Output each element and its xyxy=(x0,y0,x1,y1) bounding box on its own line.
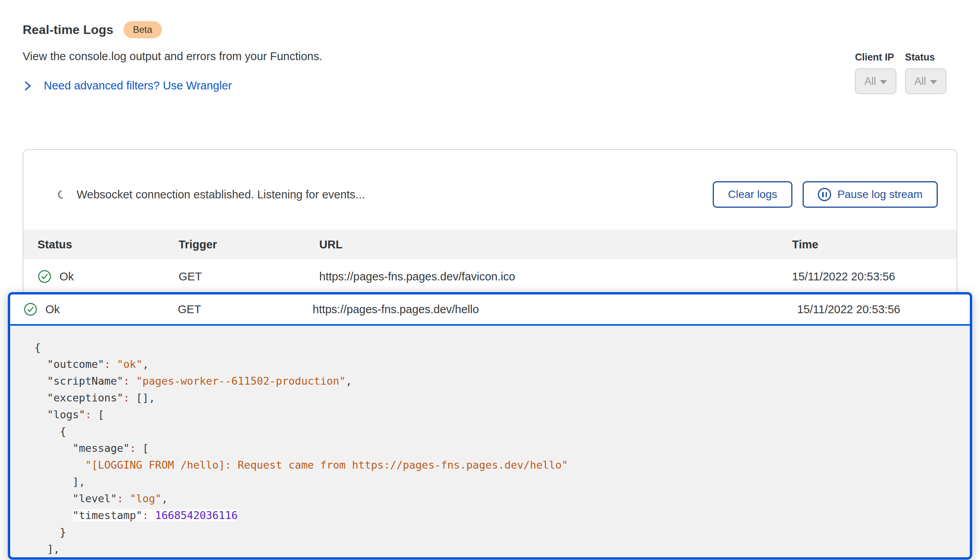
pause-log-stream-button[interactable]: Pause log stream xyxy=(803,181,938,208)
client-ip-label: Client IP xyxy=(855,52,896,63)
log-json: { "outcome": "ok", "scriptName": "pages-… xyxy=(10,326,970,557)
json-line: "message": [ xyxy=(34,440,954,457)
table-header: Status Trigger URL Time xyxy=(23,230,957,259)
websocket-status-text: Websocket connection established. Listen… xyxy=(77,188,365,201)
clear-logs-button[interactable]: Clear logs xyxy=(713,181,792,208)
row-time: 15/11/2022 20:53:56 xyxy=(792,270,957,283)
column-header-trigger: Trigger xyxy=(179,238,319,251)
column-header-status: Status xyxy=(38,238,179,251)
json-line: { xyxy=(34,423,954,440)
json-line: "timestamp": 1668542036116 xyxy=(34,507,954,524)
json-line: "outcome": "ok", xyxy=(34,356,954,373)
json-line: } xyxy=(34,524,954,540)
column-header-time: Time xyxy=(792,238,957,251)
toolbar-actions: Clear logs Pause log stream xyxy=(713,181,938,208)
json-line: "exceptions": [], xyxy=(34,389,954,406)
row-url: https://pages-fns.pages.dev/favicon.ico xyxy=(319,270,792,283)
json-line: "[LOGGING FROM /hello]: Request came fro… xyxy=(34,457,954,473)
expanded-log-panel: Ok GET https://pages-fns.pages.dev/hello… xyxy=(8,292,972,560)
json-line: { xyxy=(34,339,954,356)
client-ip-dropdown[interactable]: All xyxy=(855,68,896,94)
row-trigger: GET xyxy=(178,303,313,316)
websocket-status: Websocket connection established. Listen… xyxy=(58,188,365,201)
status-dropdown[interactable]: All xyxy=(905,68,946,94)
row-status: Ok xyxy=(59,270,74,283)
page-header: Real-time Logs Beta View the console.log… xyxy=(0,0,980,92)
table-row-selected[interactable]: Ok GET https://pages-fns.pages.dev/hello… xyxy=(10,294,970,326)
json-line: "level": "log", xyxy=(34,490,954,507)
json-line: ], xyxy=(34,540,954,557)
logs-toolbar: Websocket connection established. Listen… xyxy=(23,150,957,230)
caret-down-icon xyxy=(880,80,887,84)
status-label: Status xyxy=(905,52,946,63)
status-filter: Status All xyxy=(905,52,946,94)
beta-badge: Beta xyxy=(123,21,161,38)
check-circle-icon xyxy=(38,269,52,284)
row-url: https://pages-fns.pages.dev/hello xyxy=(313,303,797,316)
page-title: Real-time Logs xyxy=(23,23,113,37)
pause-icon xyxy=(818,188,831,201)
json-line: "scriptName": "pages-worker--611502-prod… xyxy=(34,373,954,389)
realtime-logs-page: Real-time Logs Beta View the console.log… xyxy=(0,0,980,560)
caret-down-icon xyxy=(930,80,937,84)
column-header-url: URL xyxy=(319,238,792,251)
spinner-icon xyxy=(56,189,68,201)
chevron-right-icon xyxy=(23,80,33,92)
client-ip-filter: Client IP All xyxy=(855,52,896,94)
table-row[interactable]: Ok GET https://pages-fns.pages.dev/favic… xyxy=(23,259,957,294)
advanced-filters-link-row[interactable]: Need advanced filters? Use Wrangler xyxy=(23,79,957,92)
client-ip-value: All xyxy=(864,75,876,87)
pause-log-stream-label: Pause log stream xyxy=(837,188,923,201)
row-status: Ok xyxy=(45,303,60,316)
status-value: All xyxy=(914,75,926,87)
check-circle-icon xyxy=(23,302,38,316)
page-description: View the console.log output and errors f… xyxy=(23,50,957,63)
logs-card: Websocket connection established. Listen… xyxy=(23,149,957,294)
filters: Client IP All Status All xyxy=(855,52,946,94)
json-line: ], xyxy=(34,473,954,490)
row-time: 15/11/2022 20:53:56 xyxy=(797,303,970,316)
wrangler-link[interactable]: Need advanced filters? Use Wrangler xyxy=(44,79,232,92)
row-trigger: GET xyxy=(179,270,319,283)
json-line: "logs": [ xyxy=(34,406,954,423)
